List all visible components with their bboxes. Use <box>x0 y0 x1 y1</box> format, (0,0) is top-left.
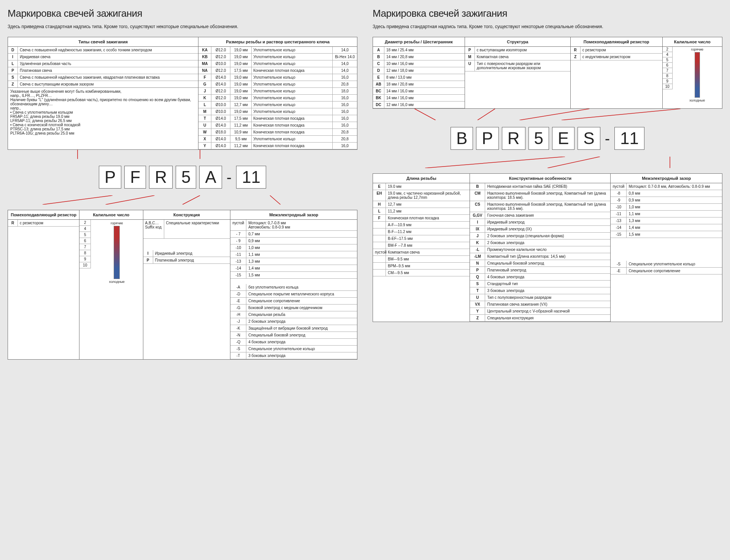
hdr-heat: Калильное число <box>79 210 143 220</box>
code-char: F <box>124 166 146 189</box>
code-char: R <box>149 166 173 189</box>
svg-line-2 <box>43 195 113 205</box>
code-char: 5 <box>176 166 196 189</box>
code-char: P <box>476 127 498 150</box>
code-char: 11 <box>236 166 266 189</box>
right-bottom: Длина резьбы E19.0 ммEH19.0 мм, с частич… <box>373 173 722 322</box>
hdr-gap: Межэлектродный зазор <box>230 210 357 220</box>
code-char: S <box>578 127 600 150</box>
types-header: Типы свечей зажигания <box>8 37 198 47</box>
right-panel: Маркировка свечей зажигания Здесь привед… <box>373 8 722 360</box>
svg-line-4 <box>182 195 200 205</box>
code-char: 11 <box>614 127 644 150</box>
left-bottom: Помехоподавляющий резистор Rс резистором… <box>8 210 357 360</box>
heat-gradient-r <box>695 52 700 98</box>
svg-line-5 <box>270 195 281 205</box>
svg-line-11 <box>548 157 600 168</box>
left-panel: Маркировка свечей зажигания Здесь привед… <box>8 8 357 360</box>
hdr-resistor: Помехоподавляющий резистор <box>8 210 79 220</box>
hdr-constr: Конструкция <box>143 210 230 220</box>
svg-line-9 <box>562 109 681 120</box>
code-char: P <box>99 166 121 189</box>
right-subtitle: Здесь приведена стандартная надпись типа… <box>373 24 722 29</box>
left-top-box: Типы свечей зажигания DСвеча с повышенно… <box>8 37 357 150</box>
code-char: R <box>502 127 525 150</box>
code-char: 5 <box>528 127 549 150</box>
svg-line-10 <box>425 157 565 168</box>
right-code: BPR5ES-11 <box>373 127 722 150</box>
left-code: PFR5A-11 <box>8 166 357 189</box>
code-char: E <box>552 127 574 150</box>
left-subtitle: Здесь приведена стандартная надпись типа… <box>8 24 357 29</box>
right-title: Маркировка свечей зажигания <box>373 8 722 19</box>
svg-line-8 <box>519 109 589 120</box>
left-title: Маркировка свечей зажигания <box>8 8 357 19</box>
code-char: A <box>199 166 222 189</box>
thread-header: Размеры резьбы и раствор шестигранного к… <box>198 37 357 47</box>
right-top: Диаметр резьбы / Шестигранник A18 мм / 2… <box>373 37 722 109</box>
code-char: B <box>451 127 473 150</box>
heat-gradient <box>114 226 120 279</box>
svg-line-3 <box>106 195 155 205</box>
svg-line-7 <box>478 109 495 120</box>
svg-line-6 <box>414 109 435 120</box>
